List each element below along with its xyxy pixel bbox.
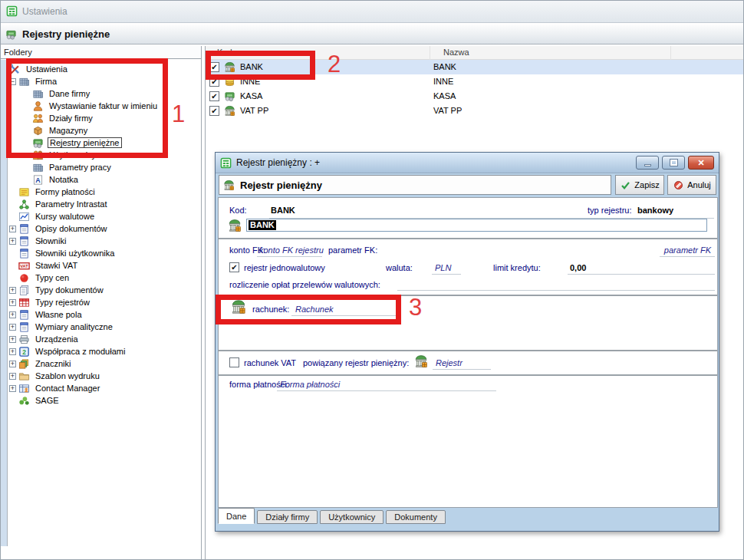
tree-item-label[interactable]: Słowniki użytkownika: [34, 249, 116, 258]
minimize-icon: [644, 164, 651, 166]
field-underline: [277, 390, 496, 391]
tree-expand-toggle[interactable]: +: [9, 361, 16, 367]
tree-expand-toggle[interactable]: +: [9, 238, 16, 245]
tree-expand-toggle[interactable]: +: [9, 299, 16, 306]
dialog-header: Rejestr pieniężny Zapisz Anuluj: [218, 175, 718, 195]
tree-item[interactable]: Typy cen: [8, 272, 200, 284]
tree-item-label[interactable]: Notatka: [48, 175, 80, 184]
tree-item[interactable]: +Urządzenia: [8, 333, 200, 345]
tree-item-label[interactable]: Typy dokumentów: [34, 285, 105, 295]
field-underline: [432, 274, 461, 275]
row-checkbox[interactable]: ✔: [209, 106, 219, 116]
tree-item[interactable]: +2Współpraca z modułami: [8, 345, 200, 357]
separator: [219, 238, 717, 240]
tree-item-label[interactable]: Szablon wydruku: [34, 371, 101, 380]
tree-expand-toggle[interactable]: +: [9, 336, 16, 343]
tree-item-label[interactable]: Własne pola: [34, 310, 84, 319]
konto-fk-value[interactable]: konto FK rejestru: [259, 245, 324, 255]
tree-expand-toggle[interactable]: +: [9, 348, 16, 355]
tree-item[interactable]: ANotatka: [8, 173, 200, 186]
tree-item[interactable]: +Wymiary analityczne: [8, 321, 200, 333]
app-icon: [6, 5, 18, 17]
tree-item[interactable]: +Typy dokumentów: [8, 284, 200, 296]
table-row[interactable]: ✔VAT PPVAT PP: [206, 104, 744, 118]
field-underline: [568, 274, 715, 275]
tree-item-label[interactable]: Formy płatności: [34, 187, 97, 196]
rachunek-vat-checkbox[interactable]: [229, 357, 239, 367]
tree-item-label[interactable]: Znaczniki: [34, 359, 72, 368]
tree-item[interactable]: +Contact Manager: [8, 382, 200, 394]
network-icon: [18, 199, 30, 210]
ball-icon: [18, 272, 30, 284]
tree-item[interactable]: Kursy walutowe: [8, 210, 200, 222]
save-button-label: Zapisz: [634, 180, 659, 189]
parametr-fk-label: parametr FK:: [328, 245, 377, 255]
tree-item[interactable]: +Opisy dokumentów: [8, 222, 200, 235]
waluta-value[interactable]: PLN: [435, 263, 451, 272]
minimize-button[interactable]: [636, 156, 659, 170]
forma-platnosci-value[interactable]: Forma płatności: [280, 380, 340, 389]
tree-item-label[interactable]: Contact Manager: [34, 384, 101, 393]
tree-item[interactable]: +Typy rejestrów: [8, 296, 200, 308]
maximize-button[interactable]: [662, 156, 685, 170]
tree-item[interactable]: SAGE: [8, 394, 200, 407]
powiazany-value[interactable]: Rejestr: [436, 358, 463, 367]
column-separator: [430, 46, 430, 60]
tree-item[interactable]: VATStawki VAT: [8, 259, 200, 272]
page-header: Rejestry pieniężne: [0, 24, 744, 44]
folders-caption: Foldery: [0, 46, 201, 59]
annotation-box-2: [206, 51, 315, 80]
tree-item-label[interactable]: Kursy walutowe: [34, 212, 96, 221]
tab-u-ytkownicy[interactable]: Użytkownicy: [320, 510, 384, 524]
tree-item[interactable]: Formy płatności: [8, 186, 200, 198]
tree-expand-toggle[interactable]: +: [9, 287, 16, 294]
tree-item[interactable]: Słowniki użytkownika: [8, 247, 200, 259]
tree-expand-toggle[interactable]: +: [9, 373, 16, 380]
tree-item[interactable]: Parametry Intrastat: [8, 198, 200, 210]
tree-item[interactable]: +Szablon wydruku: [8, 370, 200, 382]
close-button[interactable]: ✕: [688, 156, 714, 170]
limit-kredytu-value[interactable]: 0,00: [570, 263, 586, 272]
main-titlebar: Ustawienia: [0, 0, 744, 23]
dialog-titlebar[interactable]: Rejestr pieniężny : + ✕: [216, 153, 719, 173]
jednowalutowy-checkbox[interactable]: ✔: [229, 262, 239, 272]
tree-item-label[interactable]: Stawki VAT: [34, 261, 79, 270]
cell-nazwa: BANK: [433, 62, 456, 71]
tree-item[interactable]: +Słowniki: [8, 235, 200, 247]
tree-item-label[interactable]: Parametry pracy: [48, 163, 113, 172]
tree-expand-toggle[interactable]: +: [9, 324, 16, 331]
tree-expand-toggle[interactable]: +: [9, 311, 16, 318]
parametr-fk-value[interactable]: parametr FK: [664, 245, 711, 255]
tree-item-label[interactable]: Opisy dokumentów: [34, 224, 109, 233]
tree-item-label[interactable]: SAGE: [34, 396, 61, 405]
cancel-button[interactable]: Anuluj: [667, 175, 716, 195]
powiazany-label: powiązany rejestr pieniężny:: [303, 358, 409, 367]
tree-item-label[interactable]: Parametry Intrastat: [34, 199, 109, 209]
docblue-icon: [18, 248, 30, 259]
selected-text: BANK: [249, 220, 276, 230]
svg-text:VAT: VAT: [20, 264, 28, 268]
tree-item[interactable]: +Znaczniki: [8, 357, 200, 370]
tree-item-label[interactable]: Wymiary analityczne: [34, 322, 114, 331]
check-icon: [620, 180, 631, 190]
tab-dokumenty[interactable]: Dokumenty: [386, 510, 446, 524]
money-register-icon: [5, 28, 17, 41]
save-button[interactable]: Zapisz: [615, 175, 664, 195]
tab-dane[interactable]: Dane: [218, 508, 255, 524]
column-header-nazwa[interactable]: Nazwa: [443, 48, 469, 57]
row-checkbox[interactable]: ✔: [209, 91, 219, 101]
tree-item-label[interactable]: Typy cen: [34, 273, 71, 282]
tree-item-label[interactable]: Współpraca z modułami: [34, 347, 127, 356]
register-name-input[interactable]: BANK: [246, 219, 707, 232]
tree-item-label[interactable]: Urządzenia: [34, 334, 80, 344]
tab-dzia-y-firmy[interactable]: Działy firmy: [257, 510, 318, 524]
tree-item-label[interactable]: Typy rejestrów: [34, 298, 91, 307]
tree-item[interactable]: +Własne pola: [8, 308, 200, 321]
tree-expand-toggle[interactable]: +: [9, 226, 16, 232]
vat-icon: VAT: [18, 260, 30, 272]
tree-item[interactable]: Parametry pracy: [8, 161, 200, 173]
building-icon: [32, 162, 44, 173]
tree-expand-toggle[interactable]: +: [9, 385, 16, 392]
table-row[interactable]: ✔KASAKASA: [206, 89, 744, 104]
tree-item-label[interactable]: Słowniki: [34, 236, 67, 245]
